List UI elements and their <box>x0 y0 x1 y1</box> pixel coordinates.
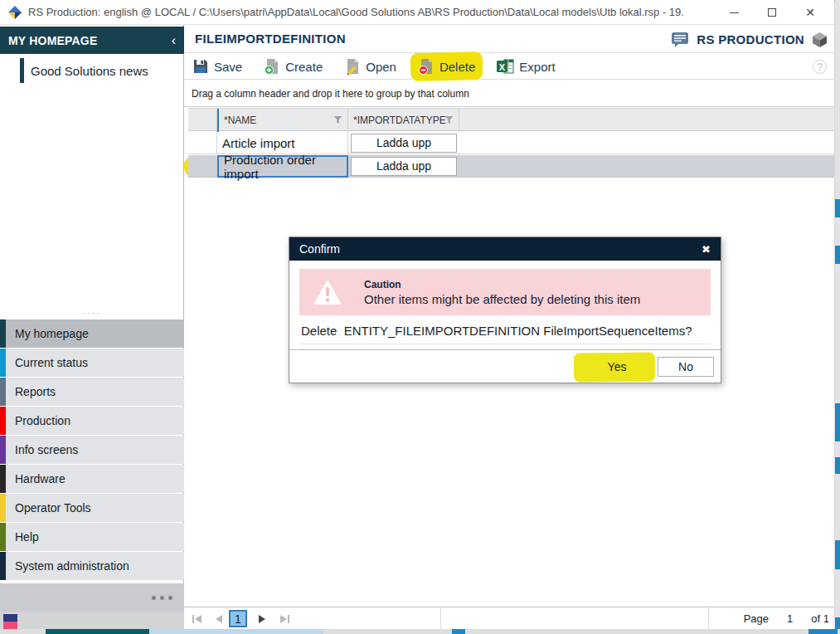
last-page-icon <box>280 615 287 623</box>
sidebar-item-help[interactable]: Help <box>0 523 184 551</box>
previous-page-icon <box>216 615 222 623</box>
current-page-button[interactable]: 1 <box>229 610 247 627</box>
page-of-label: of 1 <box>811 612 829 625</box>
pager-divider <box>708 608 709 630</box>
warning-triangle-icon <box>313 279 342 305</box>
cube-icon[interactable] <box>812 32 828 47</box>
sidebar-header: MY HOMEPAGE ‹ <box>0 27 184 54</box>
row-indicator-cell[interactable] <box>188 132 217 154</box>
table-header: *NAME *IMPORTDATATYPE <box>188 108 834 131</box>
window-title: RS Production: english @ LOCAL / C:\User… <box>28 0 683 25</box>
titlebar: RS Production: english @ LOCAL / C:\User… <box>0 0 834 25</box>
page-number: 1 <box>787 612 793 625</box>
minimize-icon <box>730 12 739 13</box>
last-page-button[interactable] <box>280 607 289 630</box>
table-row[interactable]: Article import Ladda upp <box>188 132 834 154</box>
confirm-dialog: Confirm ✖ Caution Other items might be a… <box>289 237 721 383</box>
page-title: FILEIMPORTDEFINITION <box>195 25 346 53</box>
column-header-name[interactable]: *NAME <box>217 109 348 132</box>
dialog-title: Confirm <box>299 242 702 256</box>
save-button[interactable]: Save <box>192 58 242 75</box>
first-page-button[interactable] <box>192 607 202 630</box>
caution-banner: Caution Other items might be affected by… <box>299 269 711 315</box>
svg-text:X: X <box>499 62 506 72</box>
minimize-button[interactable] <box>715 0 753 25</box>
group-by-hint: Drag a column header and drop it here to… <box>192 88 469 100</box>
sidebar-item-production[interactable]: Production <box>0 407 184 435</box>
app-window: RS Production: english @ LOCAL / C:\User… <box>0 0 840 634</box>
save-icon <box>192 58 209 75</box>
good-solutions-logo <box>3 614 17 629</box>
create-icon <box>264 58 280 75</box>
open-button[interactable]: Open <box>344 58 396 75</box>
sidebar-item-system-administration[interactable]: System administration <box>0 552 184 580</box>
close-button[interactable]: ✕ <box>791 0 829 25</box>
next-page-button[interactable] <box>259 607 265 630</box>
excel-icon: X <box>497 58 514 75</box>
desktop-edge-strip <box>835 0 840 629</box>
sidebar-nav: My homepage Current status Reports Produ… <box>0 319 184 581</box>
name-cell[interactable]: Production order import <box>217 155 348 178</box>
page-status: Page 1 of 1 <box>744 607 829 630</box>
sidebar-item-info-screens[interactable]: Info screens <box>0 436 184 464</box>
page-label: Page <box>744 612 769 625</box>
toolbar: Save Create <box>184 54 834 80</box>
caution-title: Caution <box>364 279 640 290</box>
caution-message: Other items might be affected by deletin… <box>364 292 640 306</box>
open-icon <box>344 58 361 75</box>
table-row-selected[interactable]: Production order import Ladda upp <box>188 155 834 178</box>
desktop-bottom-strip <box>0 629 840 634</box>
filter-icon[interactable] <box>333 115 342 124</box>
delete-button[interactable]: Delete <box>418 58 475 75</box>
ladda-upp-button[interactable]: Ladda upp <box>351 134 457 153</box>
no-button[interactable]: No <box>658 357 714 377</box>
maximize-icon <box>768 8 776 17</box>
create-button[interactable]: Create <box>264 58 323 75</box>
close-icon: ✕ <box>805 6 815 19</box>
collapse-sidebar-icon[interactable]: ‹ <box>172 34 176 47</box>
ladda-upp-button[interactable]: Ladda upp <box>351 157 457 176</box>
sidebar-splitter-handle[interactable]: ···· <box>0 310 184 319</box>
importdatatype-cell: Ladda upp <box>348 155 459 177</box>
yes-button[interactable]: Yes <box>583 357 651 377</box>
name-cell[interactable]: Article import <box>217 132 348 154</box>
sidebar-title: MY HOMEPAGE <box>8 34 172 47</box>
sidebar: MY HOMEPAGE ‹ Good Solutions news ···· M… <box>0 25 184 629</box>
content-header: FILEIMPORTDEFINITION RS PRODUCTION <box>184 25 834 53</box>
dialog-titlebar[interactable]: Confirm ✖ <box>289 237 721 261</box>
chat-icon[interactable] <box>671 32 689 47</box>
row-indicator-column-header <box>188 109 217 132</box>
sidebar-overflow-button[interactable] <box>0 583 184 612</box>
next-page-icon <box>259 615 265 623</box>
dialog-message: Delete ENTITY_FILEIMPORTDEFINITION FileI… <box>299 315 711 344</box>
delete-icon <box>418 58 435 75</box>
dialog-close-icon[interactable]: ✖ <box>702 243 711 256</box>
sidebar-item-reports[interactable]: Reports <box>0 378 184 406</box>
group-by-bar[interactable]: Drag a column header and drop it here to… <box>184 80 834 107</box>
first-page-icon <box>195 615 202 623</box>
news-item-accent-bar <box>20 58 24 83</box>
previous-page-button[interactable] <box>216 607 222 630</box>
pagination-bar: 1 Page 1 of 1 <box>184 607 834 629</box>
export-button[interactable]: X Export <box>497 58 555 75</box>
dialog-footer: Yes No <box>289 349 721 383</box>
sidebar-item-my-homepage[interactable]: My homepage <box>0 319 184 348</box>
help-icon[interactable]: ? <box>813 60 827 74</box>
sidebar-item-good-solutions-news[interactable]: Good Solutions news <box>0 58 184 83</box>
brand-label: RS PRODUCTION <box>697 32 804 46</box>
app-logo-icon <box>8 6 22 19</box>
importdatatype-cell: Ladda upp <box>348 132 459 154</box>
sidebar-footer <box>0 612 184 629</box>
pager-divider <box>440 608 441 630</box>
overflow-dots-icon <box>152 596 172 600</box>
sidebar-item-current-status[interactable]: Current status <box>0 349 184 377</box>
sidebar-item-operator-tools[interactable]: Operator Tools <box>0 494 184 522</box>
column-header-importdatatype[interactable]: *IMPORTDATATYPE <box>348 109 459 132</box>
maximize-button[interactable] <box>753 0 791 25</box>
sidebar-item-hardware[interactable]: Hardware <box>0 465 184 493</box>
filter-icon[interactable] <box>444 115 454 124</box>
row-indicator-cell[interactable] <box>188 155 217 177</box>
